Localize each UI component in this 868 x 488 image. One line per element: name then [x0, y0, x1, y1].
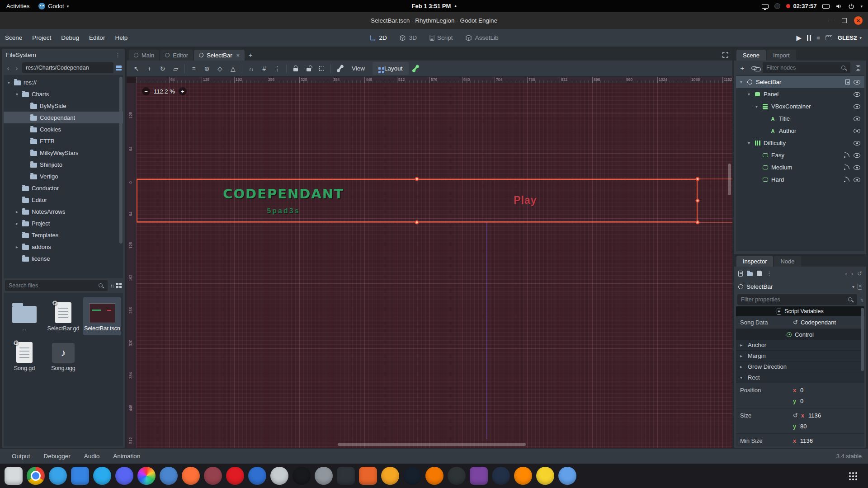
- screen-recording-indicator[interactable]: 02:37:57: [786, 3, 816, 9]
- file-item-selectbar-tscn[interactable]: SelectBar.tscn: [83, 297, 121, 335]
- add-node-button[interactable]: +: [737, 63, 747, 73]
- scene-node-easy[interactable]: Easy: [736, 149, 864, 161]
- dock-app-chrome[interactable]: [27, 467, 45, 485]
- maximize-button[interactable]: [842, 18, 847, 23]
- dock-app-orange-app-2[interactable]: [425, 467, 443, 485]
- script-variables-header[interactable]: Script Variables: [736, 306, 864, 316]
- dock-app-settings[interactable]: [315, 467, 333, 485]
- file-item-song-ogg[interactable]: ♪Song.ogg: [44, 337, 82, 375]
- property-min-size[interactable]: Min Sizex1136y80: [736, 434, 864, 446]
- smart-snap-toggle-icon[interactable]: ∩: [245, 63, 257, 75]
- object-history-icon[interactable]: ↺: [857, 270, 862, 277]
- revert-icon[interactable]: ↺: [793, 412, 798, 419]
- pivot-tool-icon[interactable]: ⊕: [201, 63, 213, 75]
- skeleton-options-icon[interactable]: [334, 63, 346, 75]
- new-scene-tab-button[interactable]: +: [245, 51, 255, 59]
- fs-tree-item-bymyside[interactable]: ByMySide: [4, 100, 123, 112]
- property-position[interactable]: Positionx0y0: [736, 383, 864, 408]
- tree-expand-icon[interactable]: ▾: [739, 80, 744, 84]
- menu-editor[interactable]: Editor: [84, 32, 110, 44]
- distraction-free-icon[interactable]: [722, 52, 732, 58]
- workspace-assetlib[interactable]: AssetLib: [461, 32, 504, 43]
- dock-app-firefox[interactable]: [182, 467, 200, 485]
- scene-node-selectbar[interactable]: ▾SelectBar: [736, 76, 864, 88]
- rotate-tool-icon[interactable]: ↻: [156, 63, 169, 75]
- snap-options-icon[interactable]: ⋮: [271, 63, 283, 75]
- filesystem-scrollbar[interactable]: [119, 77, 123, 244]
- section-rect[interactable]: ▾Rect: [736, 372, 864, 383]
- property-size[interactable]: Size↺x1136y80: [736, 408, 864, 434]
- property-x-line[interactable]: ↺x1136: [793, 411, 860, 420]
- nav-forward-button[interactable]: ›: [14, 64, 20, 72]
- dock-app-shield-app[interactable]: [536, 467, 554, 485]
- play-button[interactable]: ▶: [796, 34, 802, 42]
- scene-node-difficulty[interactable]: ▾Difficulty: [736, 137, 864, 149]
- lock-toggle-icon[interactable]: [289, 63, 302, 75]
- history-back-icon[interactable]: ‹: [845, 270, 847, 277]
- handle-bottom-right[interactable]: [696, 221, 700, 225]
- dock-options-icon[interactable]: ⋮: [115, 52, 121, 58]
- scene-node-vboxcontainer[interactable]: ▾VBoxContainer: [736, 100, 864, 113]
- 2d-viewport[interactable]: − 112.2 % + Codependant 5pad3s Play: [137, 83, 732, 448]
- activities-button[interactable]: Activities: [6, 3, 29, 9]
- menu-debug[interactable]: Debug: [56, 32, 84, 44]
- eye-icon[interactable]: [854, 117, 860, 121]
- app-indicator-icon[interactable]: [774, 3, 780, 9]
- tree-expand-icon[interactable]: ▸: [14, 209, 19, 214]
- scene-node-medium[interactable]: Medium: [736, 161, 864, 174]
- fs-tree-item-milkywaystars[interactable]: MilkyWayStars: [4, 147, 123, 159]
- new-resource-icon[interactable]: [738, 271, 743, 277]
- workspace-script[interactable]: Script: [425, 32, 458, 43]
- clock[interactable]: Feb 1 3:51 PM: [412, 3, 457, 9]
- property-value[interactable]: ↺Codependant: [793, 319, 860, 326]
- unlock-toggle-icon[interactable]: [302, 63, 315, 75]
- volume-icon[interactable]: [835, 3, 842, 9]
- workspace-2d[interactable]: 2D: [365, 32, 392, 43]
- handle-top-right[interactable]: [696, 177, 700, 181]
- dock-app-navy-app[interactable]: [492, 467, 510, 485]
- canvas-vertical-scrollbar[interactable]: [728, 164, 731, 195]
- file-item-[interactable]: ..: [5, 297, 43, 335]
- eye-icon[interactable]: [854, 80, 860, 84]
- eye-icon[interactable]: [854, 165, 860, 170]
- edited-object-row[interactable]: SelectBar ▾: [734, 280, 866, 293]
- play-custom-scene-icon[interactable]: [826, 35, 832, 40]
- renderer-dropdown[interactable]: GLES2 ▾: [838, 34, 862, 41]
- signal-icon[interactable]: [844, 153, 850, 158]
- script-icon[interactable]: [845, 79, 850, 85]
- app-menu[interactable]: Godot ▾: [38, 3, 69, 9]
- zoom-in-button[interactable]: +: [179, 87, 187, 95]
- panel-audio[interactable]: Audio: [79, 450, 105, 462]
- screencast-icon[interactable]: [762, 4, 769, 9]
- eye-icon[interactable]: [854, 92, 860, 97]
- layout-menu[interactable]: Layout: [373, 62, 409, 75]
- tree-expand-icon[interactable]: ▸: [14, 244, 19, 249]
- tree-expand-icon[interactable]: ▾: [746, 92, 751, 97]
- property-y-line[interactable]: y80: [793, 422, 860, 431]
- tab-node[interactable]: Node: [774, 256, 801, 267]
- dock-app-messages[interactable]: [71, 467, 89, 485]
- select-tool-icon[interactable]: ↖: [130, 63, 142, 75]
- window-titlebar[interactable]: SelectBar.tscn - RhythmLegion - Godot En…: [0, 12, 868, 29]
- tree-expand-icon[interactable]: ▾: [6, 80, 11, 85]
- dock-app-maroon-app[interactable]: [204, 467, 222, 485]
- menu-help[interactable]: Help: [110, 32, 132, 44]
- zoom-level[interactable]: 112.2 %: [154, 88, 175, 95]
- show-applications-icon[interactable]: [848, 471, 857, 480]
- resource-options-icon[interactable]: ⋮: [766, 270, 772, 277]
- scene-node-author[interactable]: AAuthor: [736, 125, 864, 137]
- filter-properties-input[interactable]: Filter properties: [737, 294, 857, 305]
- section-margin[interactable]: ▸Margin: [736, 351, 864, 361]
- dock-app-orange-folder[interactable]: [359, 467, 377, 485]
- object-extra-icon[interactable]: [858, 284, 862, 290]
- move-tool-icon[interactable]: +: [143, 63, 156, 75]
- dock-app-terminal[interactable]: [337, 467, 355, 485]
- dock-app-discord[interactable]: [115, 467, 133, 485]
- keyboard-icon[interactable]: [822, 4, 830, 9]
- tab-inspector[interactable]: Inspector: [736, 256, 773, 267]
- panel-debugger[interactable]: Debugger: [38, 450, 76, 462]
- history-forward-icon[interactable]: ›: [851, 270, 853, 277]
- eye-icon[interactable]: [854, 178, 860, 182]
- canvas-horizontal-scrollbar[interactable]: [338, 443, 526, 446]
- close-icon[interactable]: ×: [236, 52, 240, 59]
